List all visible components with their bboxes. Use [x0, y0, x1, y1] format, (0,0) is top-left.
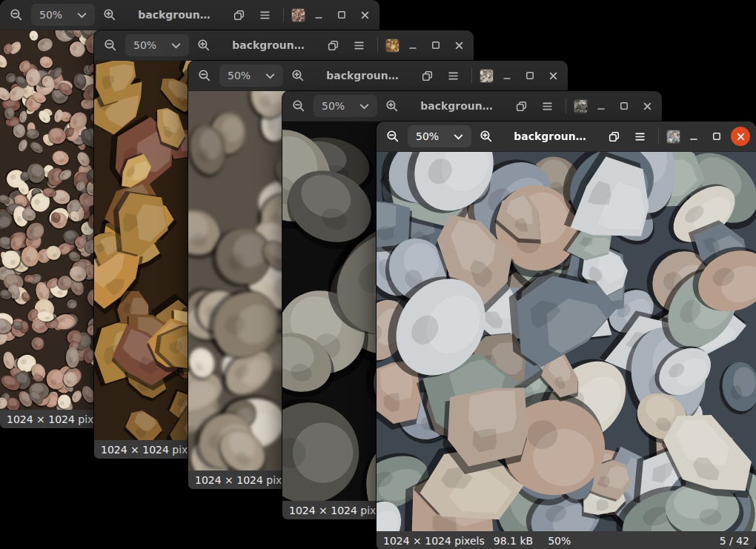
close-x-icon: [643, 102, 652, 111]
file-size: 98.1 kB: [494, 535, 533, 547]
copy-image-button[interactable]: [603, 126, 624, 147]
image-dimensions: 1024 × 1024 pixels: [383, 535, 485, 547]
maximize-button[interactable]: [333, 6, 351, 24]
close-button[interactable]: [544, 67, 562, 84]
zoom-level-value: 50%: [322, 100, 345, 112]
main-menu-button[interactable]: [254, 4, 275, 25]
image-content[interactable]: [377, 152, 756, 531]
close-button[interactable]: [450, 36, 468, 54]
copy-image-button[interactable]: [417, 65, 437, 86]
magnifier-plus-icon: [103, 8, 116, 21]
hamburger-menu-icon: [541, 100, 554, 113]
maximize-button[interactable]: [708, 127, 726, 145]
zoom-out-button[interactable]: [100, 35, 121, 56]
copy-image-button[interactable]: [511, 96, 531, 116]
close-x-icon: [454, 41, 464, 50]
overlapping-windows-icon: [327, 39, 339, 52]
zoom-in-button[interactable]: [382, 96, 402, 116]
window-title: backgroun…: [407, 100, 506, 112]
close-button[interactable]: [638, 97, 656, 115]
zoom-out-button[interactable]: [288, 96, 309, 116]
copy-image-button[interactable]: [322, 35, 343, 56]
main-menu-button[interactable]: [442, 65, 463, 86]
close-button[interactable]: [356, 6, 374, 24]
hamburger-menu-icon: [259, 9, 271, 21]
image-view[interactable]: [377, 152, 756, 531]
image-dimensions: 1024 × 1024 pixels: [195, 474, 296, 486]
minimize-button[interactable]: [592, 97, 610, 115]
magnifier-plus-icon: [291, 69, 305, 82]
zoom-in-button[interactable]: [476, 126, 497, 147]
magnifier-minus-icon: [10, 8, 23, 21]
headerbar-right-group: [603, 126, 750, 147]
maximize-button[interactable]: [427, 36, 445, 54]
image-thumbnail: [386, 39, 399, 52]
chevron-down-icon: [359, 102, 369, 111]
main-menu-button[interactable]: [537, 96, 557, 116]
zoom-level-dropdown[interactable]: 50%: [314, 95, 377, 117]
headerbar-right-group: [417, 65, 562, 86]
zoom-level-dropdown[interactable]: 50%: [31, 4, 95, 26]
image-viewer-window-5[interactable]: 50% backgroun…: [377, 122, 756, 549]
window-title: backgroun…: [125, 9, 224, 21]
image-thumbnail: [480, 70, 493, 82]
headerbar[interactable]: 50% backgroun…: [0, 0, 379, 30]
desktop-background: 50% backgroun…: [0, 0, 756, 549]
close-x-icon: [548, 71, 558, 81]
chevron-down-icon: [171, 41, 181, 50]
headerbar[interactable]: 50% backgroun…: [94, 30, 474, 61]
headerbar-separator: [658, 129, 659, 144]
close-button[interactable]: [731, 127, 750, 146]
close-x-icon: [360, 10, 370, 20]
zoom-level-dropdown[interactable]: 50%: [125, 34, 189, 56]
main-menu-button[interactable]: [348, 35, 369, 56]
hamburger-menu-icon: [634, 130, 646, 143]
image-dimensions: 1024 × 1024 pixels: [7, 413, 108, 425]
overlapping-windows-icon: [421, 70, 434, 82]
zoom-level-value: 50%: [416, 130, 439, 142]
overlapping-windows-icon: [515, 100, 528, 113]
image-thumbnail: [574, 100, 587, 113]
minimize-button[interactable]: [685, 127, 703, 145]
headerbar-right-group: [322, 35, 468, 56]
maximize-button[interactable]: [615, 97, 633, 115]
image-dimensions: 1024 × 1024 pixels: [101, 444, 202, 456]
headerbar[interactable]: 50% backgroun…: [377, 122, 756, 152]
magnifier-plus-icon: [385, 99, 399, 113]
headerbar[interactable]: 50% backgroun…: [188, 61, 568, 91]
zoom-out-button[interactable]: [6, 4, 27, 25]
minimize-button[interactable]: [498, 67, 516, 84]
image-thumbnail: [292, 9, 305, 21]
zoom-level-dropdown[interactable]: 50%: [408, 125, 471, 147]
chevron-down-icon: [265, 71, 275, 81]
minimize-button[interactable]: [310, 6, 328, 24]
zoom-out-button[interactable]: [194, 65, 215, 86]
zoom-level-dropdown[interactable]: 50%: [219, 64, 283, 87]
overlapping-windows-icon: [233, 9, 245, 21]
zoom-in-button[interactable]: [99, 4, 120, 25]
zoom-out-button[interactable]: [382, 126, 403, 147]
image-counter: 5 / 42: [720, 535, 749, 547]
minimize-button[interactable]: [404, 36, 422, 54]
magnifier-plus-icon: [480, 130, 493, 143]
headerbar-right-group: [228, 4, 374, 25]
window-title: backgroun…: [219, 39, 318, 51]
hamburger-menu-icon: [353, 39, 365, 52]
headerbar-separator: [377, 38, 378, 53]
chevron-down-icon: [77, 10, 87, 20]
overlapping-windows-icon: [608, 130, 620, 143]
image-thumbnail: [667, 130, 680, 143]
main-menu-button[interactable]: [629, 126, 650, 147]
copy-image-button[interactable]: [228, 4, 249, 25]
status-zoom: 50%: [548, 535, 571, 547]
chevron-down-icon: [454, 132, 463, 142]
magnifier-minus-icon: [292, 99, 305, 113]
maximize-button[interactable]: [521, 67, 539, 84]
zoom-in-button[interactable]: [288, 65, 308, 86]
magnifier-minus-icon: [386, 130, 399, 143]
zoom-in-button[interactable]: [193, 35, 214, 56]
headerbar-separator: [283, 7, 284, 22]
headerbar[interactable]: 50% backgroun…: [282, 91, 662, 122]
magnifier-minus-icon: [198, 69, 211, 82]
close-x-icon: [736, 132, 746, 142]
